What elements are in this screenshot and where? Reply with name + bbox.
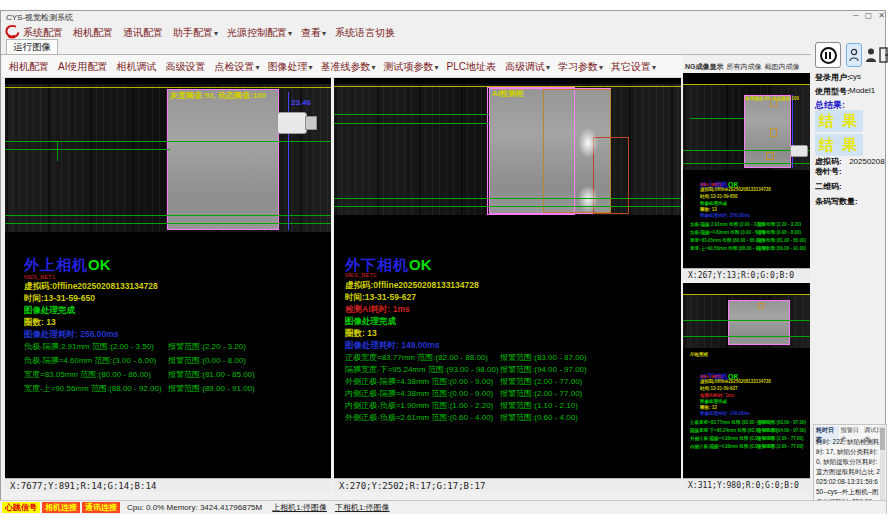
alarm-range: 报警范围:(94.00 - 97.00) [500,364,587,375]
camera-view-upper[interactable]: 灰度阈值:93, 动态阈值:100 23.46 外上相机OK MES_BET1 … [5,78,331,478]
menu-item-assistant-config[interactable]: 助手配置▾ [173,26,218,40]
processing-time-label: 图像处理耗时: 149.00ms [345,340,439,352]
pixel-coords-label: X:311;Y:980;R:0;G:0;B:0 [688,481,799,490]
tab-run-image[interactable]: 运行图像 [6,39,58,55]
thumb-view-upper[interactable]: 灰度阈值:93, 动态阈值:100 外上相机OK MES_BET1 虚拟码:0f… [683,73,810,268]
barcode-write-count-label: 条码写数量: [815,196,858,207]
app-logo-icon [4,24,22,39]
upper-camera-stream-label[interactable]: 上相机1:停图像 [272,502,327,513]
tab-ng-display[interactable]: NG成像显示 [685,62,724,72]
heartbeat-badge: 心跳信号 [2,502,40,513]
capture-time-label: 时间:13-31-59-650 [24,293,95,305]
ai-detect-rect [593,137,629,214]
overlay-line-green [683,320,810,321]
processing-time-label: 图像处理耗时: 256.00ms [700,213,750,218]
thumb-tab-row: NG成像显示 所有内成像 截图内成像 [683,60,810,73]
tool-spotcheck-settings[interactable]: 点检设置▾ [214,60,259,74]
processing-done-label: 图像处理完成 [24,305,75,317]
tool-baseline-params[interactable]: 基准线参数▾ [320,60,375,74]
virtual-code-label: 虚拟码:0ffline20250208133134728 [700,187,771,192]
tool-image-processing[interactable]: 图像处理▾ [267,60,312,74]
login-user-value: cys [849,72,861,81]
virtual-code-label: 虚拟码:0ffline20250208133134728 [24,281,158,293]
ai-time-label: 检测AI耗时: 1ms [345,304,410,316]
tool-camera-config[interactable]: 相机配置 [9,60,50,74]
menu-item-light-config[interactable]: 光源控制配置▾ [227,26,292,40]
tool-advanced-debug[interactable]: 高级调试▾ [505,60,550,74]
logout-button[interactable] [879,44,888,66]
close-button[interactable]: ✕ [878,11,885,23]
overlay-line-green [334,123,489,124]
pause-button[interactable] [815,42,841,68]
roi-rect-orange [766,152,774,160]
camera-name-label: 外上相机 [24,256,88,273]
menu-bar: 系统配置 相机配置 通讯配置 助手配置▾ 光源控制配置▾ 查看▾ 系统语言切换 [23,26,396,40]
measurement-row: 宽度=83.05mm 范围:(80.00 - 86.00) [24,369,151,380]
overlay-line-green [334,198,681,199]
user-mode-button-selected[interactable] [846,43,862,67]
alarm-range: 报警范围:(94.00 - 97.00) [757,428,806,433]
measurement-row: 负极-隔膜=4.60mm 范围:(3.00 - 6.00) [690,230,765,235]
alarm-range: 报警范围:(81.00 - 85.00) [168,369,255,380]
tool-plc-address-table[interactable]: PLC地址表 [447,60,497,74]
maximize-button[interactable]: ▢ [865,11,873,23]
overlay-line-yellow [683,294,810,295]
menu-item-camera-config[interactable]: 相机配置 [73,26,114,40]
overlay-line-green [5,215,331,216]
alarm-range: 报警范围:(1.10 - 2.10) [500,400,578,411]
tool-advanced-settings[interactable]: 高级设置 [165,60,206,74]
connector-part [277,112,307,134]
overlay-line-green [334,114,489,115]
alarm-range: 报警范围:(89.00 - 91.00) [168,383,255,394]
measure-value-label: 23.46 [291,98,311,107]
comm-link-badge: 通讯连接 [82,502,120,513]
ai-overlay-label: AI检测框 [492,88,524,99]
roi-rect-orange [758,303,764,309]
roi-rect-orange [770,128,777,137]
camera-view-lower[interactable]: AI检测框 外下相机OK MES_BET0 虚拟码:0ffline2025020… [334,78,681,478]
menu-item-view[interactable]: 查看▾ [301,26,326,40]
admin-mode-button[interactable] [864,45,878,65]
tool-ai-usage-config[interactable]: AI使用配置 [58,60,108,74]
measurement-row: 宽度-上=90.56mm 范围:(88.00 - 92.00) [24,383,162,394]
pixel-coords-label: X:7677;Y:891;R:14;G:14;B:14 [10,481,156,491]
thumb-view-lower[interactable]: AI检测框 外下相机OK MES_BET0 虚拟码:0ffline2025020… [683,283,810,478]
tab-all-images[interactable]: 所有内成像 [727,62,762,72]
tool-learning-params[interactable]: 学习参数▾ [558,60,603,74]
tool-test-item-params[interactable]: 测试项参数▾ [384,60,439,74]
tool-camera-debug[interactable]: 相机调试 [116,60,157,74]
overlay-line-green [690,118,744,119]
camera-lower-statusbar: X:270;Y:2502;R:17;G:17;B:17 [334,478,681,492]
overlay-line-green [683,336,810,337]
qr-code-label: 二维码: [815,181,842,192]
alarm-range: 报警范围:(89.00 - 91.00) [757,246,806,251]
overlay-line-yellow [5,87,331,88]
minimize-button[interactable]: ─ [853,11,859,23]
capture-time-label: 时间:13-31-59-627 [700,386,738,391]
overlay-line-green [57,141,58,161]
thumb-lower-statusbar: X:311;Y:980;R:0;G:0;B:0 [683,478,810,492]
cpu-memory-label: Cpu: 0.0% Memory: 3424.41796875M [127,503,262,512]
menu-item-language-switch[interactable]: 系统语言切换 [335,26,396,40]
tool-other-settings[interactable]: 其它设置▾ [611,60,656,74]
workpiece-region [167,89,279,230]
overlay-line-yellow [683,84,810,85]
scrollbar-thumb[interactable] [880,428,885,450]
capture-time-label: 时间:13-31-59-627 [345,292,416,304]
window-title: CYS-视觉检测系统 [6,12,73,23]
measure-line-blue [792,95,793,168]
menu-item-system-config[interactable]: 系统配置 [23,26,64,40]
measurement-row: 内侧正极-隔膜=4.38mm 范围:(0.00 - 9.00) [345,388,493,399]
alarm-range: 报警范围:(0.00 - 8.00) [168,355,246,366]
led-highlight [578,185,598,213]
person-icon [849,48,859,62]
processing-done-label: 图像处理完成 [700,201,727,206]
measurement-row: 隔膜宽度-下=95.24mm 范围:(93.00 - 98.00) [345,364,499,375]
overlay-line-green [334,206,681,207]
mes-code-label: MES_BET1 [24,274,55,280]
menu-item-comm-config[interactable]: 通讯配置 [123,26,164,40]
lower-camera-stream-label[interactable]: 下相机1:停图像 [335,502,390,513]
tab-snapshot-images[interactable]: 截图内成像 [765,62,800,72]
camera-name-label: 外下相机 [345,256,409,273]
app-statusbar: 心跳信号 相机连接 通讯连接 Cpu: 0.0% Memory: 3424.41… [0,500,886,514]
